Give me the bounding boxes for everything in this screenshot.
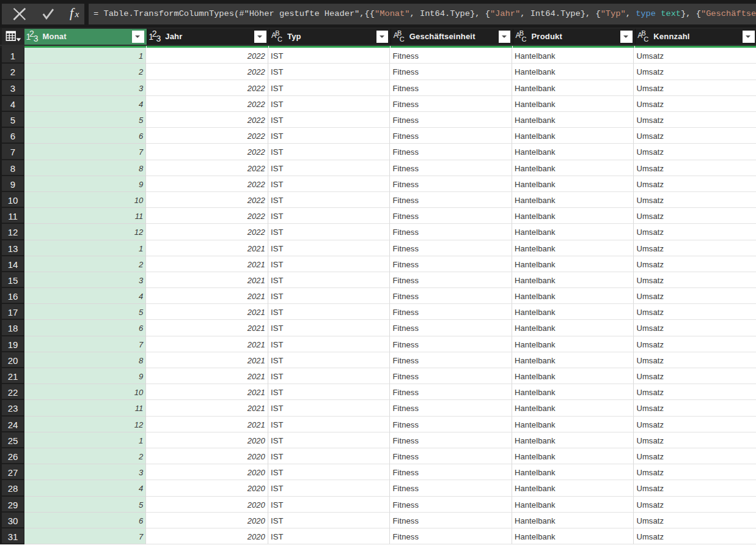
svg-text:x: x	[75, 9, 79, 19]
